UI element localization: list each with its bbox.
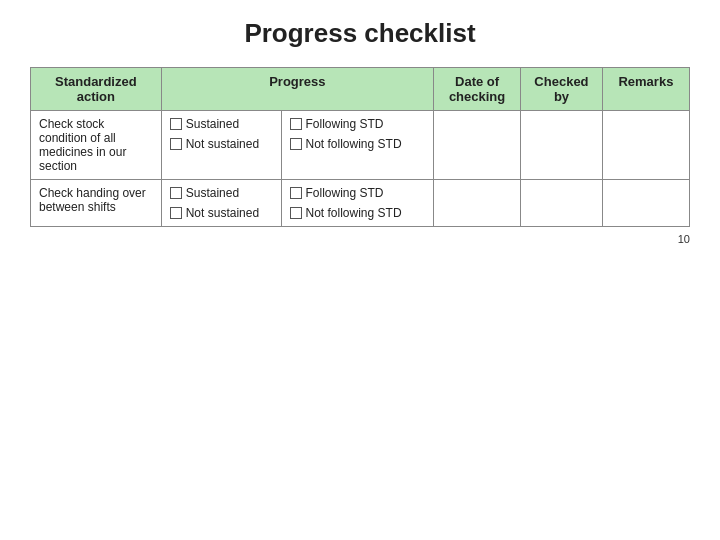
date-cell-1 (434, 111, 521, 180)
list-item: Following STD (290, 117, 425, 131)
progress-right-2: Following STD Not following STD (281, 180, 433, 227)
header-action: Standardized action (31, 68, 162, 111)
page-number: 10 (678, 233, 690, 245)
list-item: Following STD (290, 186, 425, 200)
remarks-cell-2 (602, 180, 689, 227)
checkbox-icon (170, 187, 182, 199)
header-checked: Checked by (521, 68, 603, 111)
page: Progress checklist Standardized action P… (0, 0, 720, 540)
checked-cell-1 (521, 111, 603, 180)
list-item: Sustained (170, 117, 273, 131)
list-item: Not following STD (290, 206, 425, 220)
list-item: Not following STD (290, 137, 425, 151)
checklist-table: Standardized action Progress Date of che… (30, 67, 690, 227)
checkbox-icon (170, 118, 182, 130)
progress-left-1: Sustained Not sustained (161, 111, 281, 180)
list-item: Sustained (170, 186, 273, 200)
checkbox-icon (290, 207, 302, 219)
checkbox-icon (290, 118, 302, 130)
date-cell-2 (434, 180, 521, 227)
progress-right-1: Following STD Not following STD (281, 111, 433, 180)
remarks-cell-1 (602, 111, 689, 180)
header-date: Date of checking (434, 68, 521, 111)
action-cell-1: Check stock condition of all medicines i… (31, 111, 162, 180)
table-row: Check handing over between shifts Sustai… (31, 180, 690, 227)
header-progress: Progress (161, 68, 433, 111)
list-item: Not sustained (170, 206, 273, 220)
page-title: Progress checklist (244, 18, 475, 49)
checked-cell-2 (521, 180, 603, 227)
action-cell-2: Check handing over between shifts (31, 180, 162, 227)
progress-left-2: Sustained Not sustained (161, 180, 281, 227)
checkbox-icon (170, 207, 182, 219)
table-row: Check stock condition of all medicines i… (31, 111, 690, 180)
checkbox-icon (290, 187, 302, 199)
checkbox-icon (170, 138, 182, 150)
list-item: Not sustained (170, 137, 273, 151)
checkbox-icon (290, 138, 302, 150)
header-remarks: Remarks (602, 68, 689, 111)
